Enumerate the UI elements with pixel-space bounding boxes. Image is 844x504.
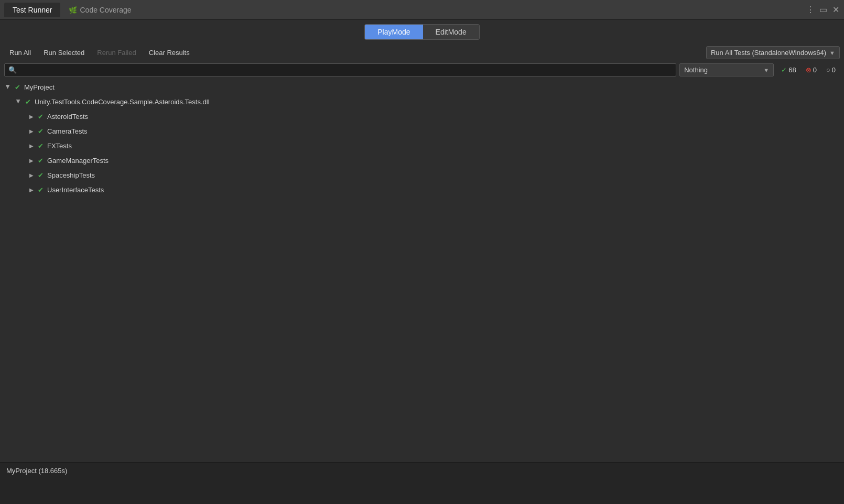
camera-tests-expand-icon: ▶ [27,127,36,135]
maximize-button[interactable]: ▭ [819,6,827,14]
userinterface-tests-label: UserInterfaceTests [47,186,104,194]
pass-icon: ✓ [781,66,787,74]
myproject-expand-icon: ▶ [4,83,13,91]
close-button[interactable]: ✕ [831,6,840,14]
toolbar: Run All Run Selected Rerun Failed Clear … [0,44,844,61]
mode-bar: PlayMode EditMode [0,20,844,44]
fx-tests-expand-icon: ▶ [27,141,36,150]
status-bar: MyProject (18.665s) [0,462,844,504]
gamemanager-tests-label: GameManagerTests [47,157,109,165]
tab-code-coverage[interactable]: 🌿Code Coverage [60,3,139,17]
status-counters: ✓ 68 ⊗ 0 ○ 0 [777,64,840,75]
skip-counter: ○ 0 [822,64,840,75]
skip-count: 0 [832,66,836,74]
asteroid-tests-expand-icon: ▶ [27,112,36,120]
fail-count: 0 [813,66,817,74]
spaceship-tests-label: SpaceshipTests [47,171,95,179]
tree-row-fx-tests[interactable]: ▶ ✔ FXTests [0,138,844,153]
tab-code-coverage-label: Code Coverage [80,6,131,14]
clear-results-button[interactable]: Clear Results [144,47,195,59]
skip-icon: ○ [826,66,830,74]
unity-testtools-label: Unity.TestTools.CodeCoverage.Sample.Aste… [35,98,210,106]
tree-row-myproject[interactable]: ▶ ✔ MyProject [0,80,844,94]
myproject-status-icon: ✔ [13,82,22,92]
gamemanager-tests-status-icon: ✔ [36,156,45,165]
tree-row-spaceship-tests[interactable]: ▶ ✔ SpaceshipTests [0,168,844,182]
main-window: Test Runner 🌿Code Coverage ⋮ ▭ ✕ PlayMod… [0,0,844,504]
tree-row-gamemanager-tests[interactable]: ▶ ✔ GameManagerTests [0,153,844,168]
spaceship-tests-status-icon: ✔ [36,170,45,180]
rerun-failed-button[interactable]: Rerun Failed [92,47,141,59]
tab-test-runner-label: Test Runner [13,6,52,14]
run-all-button[interactable]: Run All [4,47,36,59]
playmode-button[interactable]: PlayMode [365,25,423,39]
pass-count: 68 [788,66,796,74]
run-all-tests-dropdown[interactable]: Run All Tests (StandaloneWindows64) ▼ [706,46,840,59]
userinterface-tests-expand-icon: ▶ [27,185,36,194]
mode-button-group: PlayMode EditMode [364,24,479,40]
tab-test-runner[interactable]: Test Runner [4,3,60,17]
filter-dropdown-arrow-icon: ▼ [763,67,769,73]
unity-testtools-expand-icon: ▶ [15,97,23,106]
fx-tests-status-icon: ✔ [36,141,45,150]
camera-tests-label: CameraTests [47,127,88,135]
title-bar: Test Runner 🌿Code Coverage ⋮ ▭ ✕ [0,0,844,20]
camera-tests-status-icon: ✔ [36,126,45,136]
filter-selected-label: Nothing [684,66,761,74]
run-all-tests-arrow-icon: ▼ [829,50,835,56]
unity-testtools-status-icon: ✔ [23,97,33,106]
status-text: MyProject (18.665s) [6,467,67,475]
filter-dropdown[interactable]: Nothing ▼ [679,63,774,76]
spaceship-tests-expand-icon: ▶ [27,171,36,179]
search-input-wrapper: 🔍 [4,63,676,76]
tree-row-camera-tests[interactable]: ▶ ✔ CameraTests [0,124,844,138]
search-input[interactable] [4,63,676,76]
run-all-tests-label: Run All Tests (StandaloneWindows64) [711,49,826,57]
asteroid-tests-status-icon: ✔ [36,112,45,121]
gamemanager-tests-expand-icon: ▶ [27,156,36,165]
code-coverage-icon: 🌿 [69,6,77,14]
editmode-button[interactable]: EditMode [423,25,479,39]
window-controls: ⋮ ▭ ✕ [806,6,840,14]
run-selected-button[interactable]: Run Selected [38,47,90,59]
fx-tests-label: FXTests [47,142,72,150]
myproject-label: MyProject [24,83,55,91]
tree-row-userinterface-tests[interactable]: ▶ ✔ UserInterfaceTests [0,182,844,197]
fail-counter: ⊗ 0 [802,64,821,75]
test-tree[interactable]: ▶ ✔ MyProject ▶ ✔ Unity.TestTools.CodeCo… [0,79,844,462]
tree-row-unity-testtools[interactable]: ▶ ✔ Unity.TestTools.CodeCoverage.Sample.… [0,94,844,109]
tree-row-asteroid-tests[interactable]: ▶ ✔ AsteroidTests [0,109,844,124]
asteroid-tests-label: AsteroidTests [47,113,88,120]
search-filter-bar: 🔍 Nothing ▼ ✓ 68 ⊗ 0 ○ 0 [0,61,844,79]
search-icon: 🔍 [8,66,17,74]
pass-counter: ✓ 68 [777,64,800,75]
userinterface-tests-status-icon: ✔ [36,185,45,194]
more-options-button[interactable]: ⋮ [806,6,815,14]
fail-icon: ⊗ [806,66,811,74]
